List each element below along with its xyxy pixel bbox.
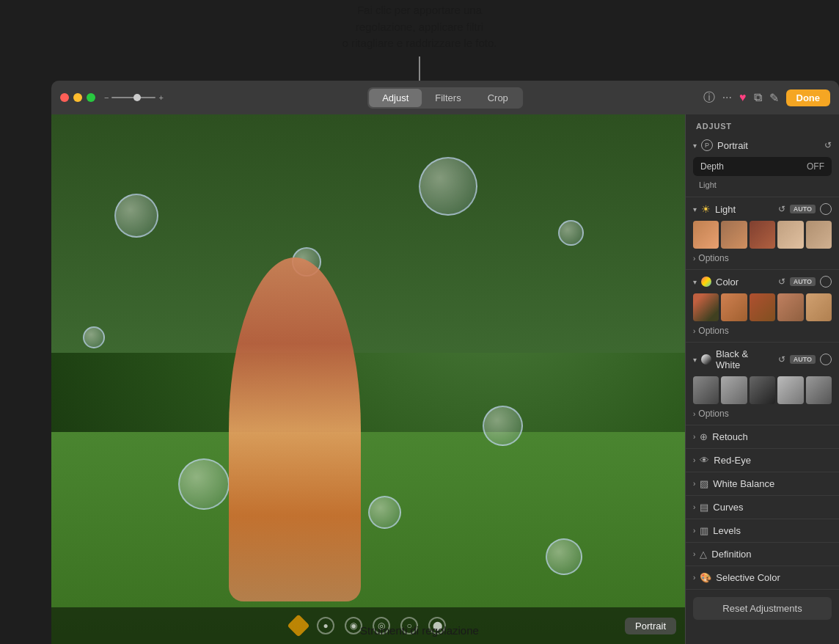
selective-color-section[interactable]: › 🎨 Selective Color [686, 566, 839, 590]
plus-icon: + [158, 93, 163, 102]
bw-thumb-2[interactable] [721, 376, 747, 404]
photo-girl [229, 257, 361, 601]
color-auto-badge[interactable]: AUTO [790, 277, 816, 286]
light-chevron-icon[interactable]: ▾ [693, 205, 697, 213]
bw-options-row[interactable]: › Options [693, 407, 832, 420]
light-thumb-2[interactable] [721, 221, 747, 249]
red-eye-label: Red-Eye [714, 455, 832, 466]
traffic-lights [60, 93, 95, 102]
color-thumb-5[interactable] [806, 293, 832, 321]
color-thumb-2[interactable] [721, 293, 747, 321]
circle-icon-1[interactable]: ● [317, 617, 334, 634]
light-reset-icon[interactable]: ↺ [778, 204, 785, 214]
bubble-7 [368, 496, 401, 529]
color-chevron-icon[interactable]: ▾ [693, 278, 697, 286]
curves-chevron: › [693, 503, 695, 511]
light-thumb-3[interactable] [750, 221, 775, 249]
tooltip-area: Fai clic per apportare una regolazione, … [0, 0, 839, 81]
bubble-5 [483, 406, 523, 446]
retouch-section[interactable]: › ⊕ Retouch [686, 425, 839, 449]
tooltip-line1: Fai clic per apportare una [342, 2, 497, 19]
bubble-9 [546, 538, 582, 575]
brightness-slider[interactable] [111, 97, 155, 98]
levels-section[interactable]: › ▥ Levels [686, 519, 839, 543]
bw-thumbnails [693, 376, 832, 404]
callout-text: Strumenti di regolazione [360, 624, 479, 637]
bw-thumb-4[interactable] [777, 376, 803, 404]
color-section: ▾ Color ↺ AUTO › Options [686, 270, 839, 343]
tooltip-line3: o ritagliare e raddrizzare le foto. [342, 35, 497, 52]
curves-section[interactable]: › ▤ Curves [686, 496, 839, 519]
photo-background [51, 114, 685, 644]
cube-icon[interactable] [287, 614, 309, 637]
bw-options-label: Options [698, 409, 728, 419]
more-icon[interactable]: ··· [722, 91, 732, 104]
wb-icon: ▨ [700, 478, 708, 489]
definition-label: Definition [711, 549, 832, 560]
light-thumb-1[interactable] [693, 221, 719, 249]
bw-chevron-icon[interactable]: ▾ [693, 356, 697, 364]
light-toggle[interactable] [820, 203, 832, 215]
tab-filters[interactable]: Filters [422, 89, 474, 107]
panel-header: ADJUST [686, 114, 839, 135]
red-eye-icon: 👁 [700, 455, 709, 466]
wb-chevron: › [693, 480, 695, 488]
photo-area: ● ◉ ◎ ○ ⬤ Portrait [51, 114, 685, 644]
portrait-reset-icon[interactable]: ↺ [824, 140, 832, 150]
portrait-light-sub: Light [693, 179, 832, 192]
depth-value: OFF [807, 161, 824, 172]
info-icon[interactable]: ⓘ [703, 90, 715, 106]
titlebar: − + Adjust Filters Crop ⓘ ··· ♥ ⧉ ✎ Done [51, 81, 839, 114]
tab-group: Adjust Filters Crop [367, 87, 523, 109]
sc-chevron: › [693, 574, 695, 582]
tooltip-line2: regolazione, applicare filtri [342, 19, 497, 36]
bw-thumb-3[interactable] [750, 376, 775, 404]
close-button[interactable] [60, 93, 69, 102]
light-options-label: Options [698, 253, 728, 263]
main-window: − + Adjust Filters Crop ⓘ ··· ♥ ⧉ ✎ Done [51, 81, 839, 644]
color-thumb-1[interactable] [693, 293, 719, 321]
portrait-chevron-icon[interactable]: ▾ [693, 142, 697, 150]
levels-icon: ▥ [700, 525, 708, 536]
edit-icon[interactable]: ✎ [769, 91, 779, 105]
bw-thumb-5[interactable] [806, 376, 832, 404]
bw-dot-icon [701, 354, 711, 365]
retouch-icon: ⊕ [700, 431, 708, 442]
definition-section[interactable]: › △ Definition [686, 543, 839, 566]
reset-adjustments-button[interactable]: Reset Adjustments [693, 597, 832, 620]
white-balance-section[interactable]: › ▨ White Balance [686, 472, 839, 496]
color-thumbnails [693, 293, 832, 321]
bw-thumb-1[interactable] [693, 376, 719, 404]
tab-adjust[interactable]: Adjust [369, 89, 422, 107]
light-thumb-5[interactable] [806, 221, 832, 249]
red-eye-section[interactable]: › 👁 Red-Eye [686, 449, 839, 472]
color-reset-icon[interactable]: ↺ [778, 277, 785, 287]
definition-chevron: › [693, 550, 695, 558]
bw-label: Black & White [716, 348, 774, 370]
bw-reset-icon[interactable]: ↺ [778, 354, 785, 365]
color-options-row[interactable]: › Options [693, 324, 832, 337]
done-button[interactable]: Done [786, 89, 831, 106]
tab-crop[interactable]: Crop [475, 89, 521, 107]
bw-options-chevron: › [693, 410, 695, 418]
bw-toggle[interactable] [820, 354, 832, 365]
color-thumb-4[interactable] [777, 293, 803, 321]
light-thumb-4[interactable] [777, 221, 803, 249]
color-thumb-3[interactable] [750, 293, 775, 321]
portrait-section: ▾ P Portrait ↺ Depth OFF Light [686, 135, 839, 197]
color-options-label: Options [698, 326, 728, 336]
levels-chevron: › [693, 527, 695, 535]
light-auto-badge[interactable]: AUTO [790, 205, 816, 213]
favorite-icon[interactable]: ♥ [739, 91, 747, 104]
portrait-button[interactable]: Portrait [625, 618, 676, 634]
light-section: ▾ ☀ Light ↺ AUTO › Options [686, 197, 839, 270]
share-icon[interactable]: ⧉ [754, 91, 762, 104]
light-options-row[interactable]: › Options [693, 252, 832, 265]
color-label: Color [716, 277, 774, 288]
bubble-3 [419, 157, 477, 216]
bw-auto-badge[interactable]: AUTO [790, 355, 816, 364]
fullscreen-button[interactable] [87, 93, 95, 102]
adjust-panel: ADJUST ▾ P Portrait ↺ Depth OFF Light ▾ [685, 114, 839, 644]
color-toggle[interactable] [820, 276, 832, 288]
minimize-button[interactable] [73, 93, 82, 102]
